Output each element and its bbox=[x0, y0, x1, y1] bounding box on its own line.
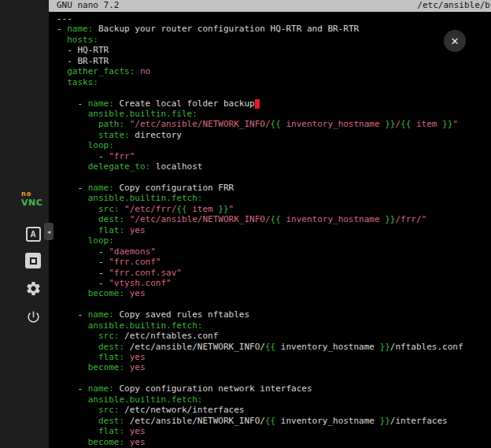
code-segment: flat: bbox=[57, 352, 124, 362]
code-segment: ansible.builtin.fetch: bbox=[57, 394, 202, 405]
nano-filepath: /etc/ansible/b bbox=[417, 0, 490, 12]
code-segment: Copy configuration FRR bbox=[114, 183, 234, 193]
code-segment: directory bbox=[130, 130, 182, 140]
code-segment: }} bbox=[385, 119, 395, 129]
code-segment: - bbox=[57, 257, 109, 267]
code-segment: src: bbox=[57, 331, 119, 341]
code-segment bbox=[124, 288, 130, 298]
code-segment: "/etc/ansible/NETWORK_INFO/ bbox=[130, 214, 271, 224]
code-segment: loop: bbox=[57, 140, 114, 150]
code-segment: Create local folder backup bbox=[114, 98, 255, 109]
code-segment: "frr" bbox=[109, 151, 135, 161]
code-segment: name: bbox=[88, 383, 114, 394]
code-segment: dest: bbox=[57, 214, 124, 224]
code-segment: yes bbox=[130, 426, 146, 436]
editor-line: dest: /etc/ansible/NETWORK_INFO/{{ inven… bbox=[57, 342, 491, 352]
code-segment: name: bbox=[67, 24, 93, 34]
editor-line: ansible.builtin.fetch: bbox=[57, 320, 491, 331]
vnc-logo-no: no bbox=[21, 191, 42, 198]
editor-line: ansible.builtin.fetch: bbox=[57, 394, 491, 405]
editor-line: ansible.builtin.fetch: bbox=[57, 193, 491, 203]
code-segment: /etc/ansible/NETWORK_INFO/ bbox=[124, 416, 265, 426]
code-segment: item bbox=[187, 204, 219, 214]
close-icon: ✕ bbox=[451, 35, 460, 47]
code-segment: name: bbox=[88, 183, 114, 193]
editor-line: - HQ-RTR bbox=[57, 45, 491, 55]
editor-line: - "frr.conf" bbox=[57, 257, 491, 267]
code-segment: - bbox=[57, 183, 88, 193]
editor-line: gather_facts: no bbox=[57, 66, 491, 76]
editor-line: ansible.builtin.file: bbox=[57, 109, 491, 119]
code-segment: localhost bbox=[150, 161, 202, 172]
collapse-arrow-icon: ◂ bbox=[47, 228, 50, 235]
code-segment: become: bbox=[57, 437, 124, 447]
code-segment: inventory_hostname bbox=[281, 119, 385, 129]
vnc-logo: no VNC bbox=[21, 191, 42, 207]
editor-content[interactable]: ---- name: Backup your router configurat… bbox=[49, 12, 491, 447]
editor-line: flat: yes bbox=[57, 352, 491, 362]
vnc-logo-text: VNC bbox=[21, 198, 42, 207]
editor-line: state: directory bbox=[57, 130, 491, 140]
code-segment: - bbox=[57, 383, 88, 394]
editor-line: path: "/etc/ansible/NETWORK_INFO/{{ inve… bbox=[57, 119, 491, 129]
code-segment: flat: bbox=[57, 225, 124, 235]
power-icon bbox=[26, 309, 41, 324]
code-segment: state: bbox=[57, 130, 130, 140]
editor-line: - name: Copy configuration FRR bbox=[57, 183, 491, 193]
editor-line: src: /etc/nftables.conf bbox=[57, 331, 491, 341]
code-segment: " bbox=[229, 204, 234, 214]
editor-line: - BR-RTR bbox=[57, 56, 491, 66]
code-segment: - bbox=[57, 268, 109, 278]
code-segment: {{ bbox=[265, 342, 275, 352]
code-segment: no bbox=[140, 66, 150, 76]
code-segment: /frr/" bbox=[395, 214, 426, 224]
code-segment: /interfaces bbox=[390, 416, 448, 426]
code-segment: src: bbox=[57, 204, 119, 214]
code-segment bbox=[124, 119, 130, 129]
editor-line: flat: yes bbox=[57, 225, 491, 235]
terminal-window[interactable]: GNU nano 7.2 /etc/ansible/b ---- name: B… bbox=[49, 0, 491, 448]
power-button[interactable] bbox=[23, 306, 43, 327]
code-segment: {{ bbox=[265, 416, 275, 426]
editor-line: - name: Backup your router configuration… bbox=[57, 24, 491, 34]
editor-line: become: yes bbox=[57, 288, 491, 298]
code-segment: - bbox=[57, 309, 88, 320]
code-segment: yes bbox=[130, 288, 146, 298]
editor-line: become: yes bbox=[57, 362, 491, 372]
code-segment: inventory_hostname bbox=[275, 342, 379, 352]
code-segment: Backup your router configuration HQ-RTR … bbox=[93, 24, 359, 34]
code-segment: name: bbox=[88, 309, 114, 320]
editor-line: - "vtysh.conf" bbox=[57, 278, 491, 288]
code-segment: }} bbox=[380, 342, 390, 352]
code-segment: delegate_to: bbox=[57, 161, 150, 172]
code-segment: {{ bbox=[176, 204, 186, 214]
fullscreen-icon-inner bbox=[30, 257, 37, 265]
settings-button[interactable] bbox=[23, 278, 43, 298]
fullscreen-button[interactable] bbox=[23, 250, 43, 271]
editor-line: delegate_to: localhost bbox=[57, 161, 491, 172]
gear-icon bbox=[25, 280, 42, 297]
editor-line: become: yes bbox=[57, 437, 491, 447]
code-segment bbox=[124, 362, 130, 372]
code-segment: yes bbox=[130, 437, 146, 447]
clipboard-icon: A bbox=[26, 227, 41, 242]
code-segment: name: bbox=[88, 98, 114, 109]
code-segment: - bbox=[57, 24, 67, 34]
close-button[interactable]: ✕ bbox=[444, 30, 466, 52]
code-segment: yes bbox=[130, 362, 146, 372]
code-segment: path: bbox=[57, 119, 124, 129]
code-segment: ansible.builtin.file: bbox=[57, 109, 198, 119]
clipboard-button[interactable]: A bbox=[23, 224, 43, 244]
code-segment: become: bbox=[57, 362, 124, 372]
toolbar-handle[interactable]: ◂ bbox=[44, 223, 54, 240]
code-segment bbox=[124, 225, 130, 235]
nano-version-label: GNU nano 7.2 bbox=[57, 0, 119, 12]
code-segment: flat: bbox=[57, 426, 124, 436]
code-segment: {{ bbox=[401, 119, 411, 129]
code-segment: /nftables.conf bbox=[390, 342, 463, 352]
editor-line: dest: "/etc/ansible/NETWORK_INFO/{{ inve… bbox=[57, 214, 491, 224]
code-segment: "frr.conf.sav" bbox=[109, 268, 182, 278]
editor-line: hosts: bbox=[57, 35, 491, 45]
code-segment: become: bbox=[57, 288, 124, 298]
code-segment: inventory_hostname bbox=[275, 416, 379, 426]
